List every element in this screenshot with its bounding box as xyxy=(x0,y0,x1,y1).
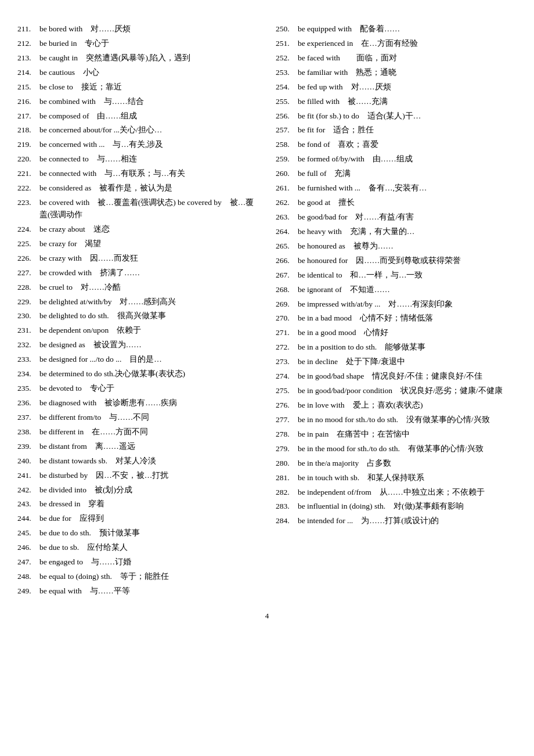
entry-content: be composed of 由……组成 xyxy=(39,110,258,123)
right-column: 250.be equipped with 配备着……251.be experie… xyxy=(276,23,517,600)
list-item: 271.be in a good mood 心情好 xyxy=(276,327,517,339)
entry-number: 245. xyxy=(17,527,39,539)
entry-number: 259. xyxy=(276,153,298,165)
entry-number: 222. xyxy=(17,182,39,195)
entry-content: be good at 擅长 xyxy=(298,197,517,209)
entry-content: be intended for ... 为……打算(或设计)的 xyxy=(298,515,517,527)
entry-content: be honoured as 被尊为…… xyxy=(298,240,517,253)
list-item: 232.be designed as 被设置为…… xyxy=(17,339,258,351)
list-item: 272.be in a position to do sth. 能够做某事 xyxy=(276,341,517,354)
list-item: 244.be due for 应得到 xyxy=(17,513,258,525)
entry-number: 220. xyxy=(17,153,39,165)
entry-number: 215. xyxy=(17,81,39,93)
entry-content: be buried in 专心于 xyxy=(39,38,258,50)
entry-number: 237. xyxy=(17,412,39,424)
entry-content: be impressed with/at/by ... 对……有深刻印象 xyxy=(298,298,517,311)
list-item: 224.be crazy about 迷恋 xyxy=(17,224,258,236)
entry-content: be connected with 与…有联系；与…有关 xyxy=(39,168,258,180)
entry-number: 284. xyxy=(276,515,298,527)
entry-number: 254. xyxy=(276,81,298,93)
list-item: 248.be equal to (doing) sth. 等于；能胜任 xyxy=(17,571,258,583)
list-item: 258.be fond of 喜欢；喜爱 xyxy=(276,139,517,151)
entry-number: 265. xyxy=(276,240,298,253)
entry-content: be bored with 对……厌烦 xyxy=(39,23,258,35)
entry-content: be identical to 和…一样，与…一致 xyxy=(298,269,517,282)
list-item: 215.be close to 接近；靠近 xyxy=(17,81,258,93)
entry-content: be in good/bad/poor condition 状况良好/恶劣；健康… xyxy=(298,385,517,397)
entry-number: 212. xyxy=(17,38,39,50)
list-item: 249.be equal with 与……平等 xyxy=(17,585,258,597)
entry-content: be connected to 与……相连 xyxy=(39,153,258,165)
entry-content: be engaged to 与……订婚 xyxy=(39,556,258,568)
list-item: 270.be in a bad mood 心情不好；情绪低落 xyxy=(276,312,517,325)
entry-number: 270. xyxy=(276,312,298,325)
entry-number: 262. xyxy=(276,197,298,209)
entry-content: be influential in (doing) sth. 对(做)某事颇有影… xyxy=(298,501,517,513)
list-item: 256.be fit (for sb.) to do 适合(某人)干… xyxy=(276,110,517,123)
entry-number: 235. xyxy=(17,383,39,395)
entry-content: be fit (for sb.) to do 适合(某人)干… xyxy=(298,110,517,123)
entry-content: be in a bad mood 心情不好；情绪低落 xyxy=(298,312,517,325)
list-item: 261.be furnished with ... 备有…,安装有… xyxy=(276,182,517,195)
entry-number: 214. xyxy=(17,67,39,79)
entry-number: 239. xyxy=(17,441,39,453)
entry-number: 263. xyxy=(276,211,298,224)
entry-content: be crazy with 因……而发狂 xyxy=(39,253,258,265)
entry-number: 281. xyxy=(276,472,298,484)
entry-number: 273. xyxy=(276,356,298,368)
entry-content: be caught in 突然遭遇(风暴等),陷入，遇到 xyxy=(39,52,258,64)
entry-number: 260. xyxy=(276,168,298,180)
list-item: 245.be due to do sth. 预计做某事 xyxy=(17,527,258,539)
entry-number: 240. xyxy=(17,455,39,467)
list-item: 278.be in pain 在痛苦中；在苦恼中 xyxy=(276,429,517,441)
entry-number: 276. xyxy=(276,399,298,412)
entry-number: 246. xyxy=(17,542,39,554)
list-item: 253.be familiar with 熟悉；通晓 xyxy=(276,67,517,79)
entry-content: be heavy with 充满，有大量的… xyxy=(298,226,517,238)
list-item: 212.be buried in 专心于 xyxy=(17,38,258,50)
list-item: 265.be honoured as 被尊为…… xyxy=(276,240,517,253)
entry-content: be familiar with 熟悉；通晓 xyxy=(298,67,517,79)
list-item: 266.be honoured for 因……而受到尊敬或获得荣誉 xyxy=(276,255,517,267)
entry-content: be in a position to do sth. 能够做某事 xyxy=(298,341,517,354)
entry-content: be crowded with 挤满了…… xyxy=(39,267,258,279)
entry-content: be fit for 适合；胜任 xyxy=(298,124,517,136)
entry-content: be close to 接近；靠近 xyxy=(39,81,258,93)
list-item: 227.be crowded with 挤满了…… xyxy=(17,267,258,279)
entry-content: be different from/to 与……不同 xyxy=(39,412,258,424)
entry-content: be divided into 被(划)分成 xyxy=(39,484,258,496)
entry-number: 236. xyxy=(17,397,39,409)
entry-content: be honoured for 因……而受到尊敬或获得荣誉 xyxy=(298,255,517,267)
list-item: 279.be in the mood for sth./to do sth. 有… xyxy=(276,443,517,455)
entry-content: be designed for .../to do ... 目的是… xyxy=(39,354,258,366)
entry-number: 271. xyxy=(276,327,298,339)
entry-number: 250. xyxy=(276,23,298,35)
entry-content: be equal to (doing) sth. 等于；能胜任 xyxy=(39,571,258,583)
list-item: 277.be in no mood for sth./to do sth. 没有… xyxy=(276,414,517,426)
list-item: 262.be good at 擅长 xyxy=(276,197,517,209)
list-item: 230.be delighted to do sth. 很高兴做某事 xyxy=(17,310,258,322)
entry-content: be dressed in 穿着 xyxy=(39,498,258,510)
list-item: 220.be connected to 与……相连 xyxy=(17,153,258,165)
entry-content: be delighted at/with/by 对……感到高兴 xyxy=(39,296,258,308)
entry-content: be fond of 喜欢；喜爱 xyxy=(298,139,517,151)
page-container: 211.be bored with 对……厌烦212.be buried in … xyxy=(17,23,517,600)
list-item: 247.be engaged to 与……订婚 xyxy=(17,556,258,568)
entry-number: 251. xyxy=(276,38,298,50)
entry-number: 257. xyxy=(276,124,298,136)
entry-number: 274. xyxy=(276,370,298,383)
entry-number: 229. xyxy=(17,296,39,308)
list-item: 217.be composed of 由……组成 xyxy=(17,110,258,123)
entry-content: be in no mood for sth./to do sth. 没有做某事的… xyxy=(298,414,517,426)
entry-number: 253. xyxy=(276,67,298,79)
entry-number: 256. xyxy=(276,110,298,123)
entry-number: 218. xyxy=(17,124,39,136)
entry-content: be equal with 与……平等 xyxy=(39,585,258,597)
entry-number: 269. xyxy=(276,298,298,311)
entry-number: 249. xyxy=(17,585,39,597)
entry-number: 279. xyxy=(276,443,298,455)
entry-number: 264. xyxy=(276,226,298,238)
list-item: 251.be experienced in 在…方面有经验 xyxy=(276,38,517,50)
entry-content: be distant from 离……遥远 xyxy=(39,441,258,453)
list-item: 221.be connected with 与…有联系；与…有关 xyxy=(17,168,258,180)
